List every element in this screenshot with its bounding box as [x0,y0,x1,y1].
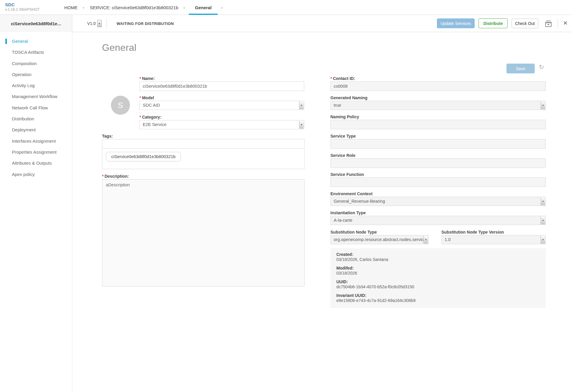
version-value: V1.0 [87,21,96,26]
refresh-icon[interactable]: ↻ [539,64,544,71]
chevron-down-icon: ▼ [299,121,304,129]
substitution-node-type-value: org.openecomp.resource.abstract.nodes.se… [334,237,426,242]
save-button[interactable]: Save [506,64,535,73]
modified-value: 03/18/2026 [336,271,540,276]
substitution-node-type-select[interactable]: org.openecomp.resource.abstract.nodes.se… [330,235,429,244]
instantiation-type-label: Instantiation Type [330,210,546,215]
sidebar-item-tosca-artifacts[interactable]: TOSCA Artifacts [0,47,72,58]
tag-chip[interactable]: ciService0e63d8f0d1e3b800321b [106,152,181,161]
distribute-button[interactable]: Distribute [479,18,508,28]
required-asterisk: * [139,95,141,100]
entity-toolbar: ciService0e63d8f0d1e... V1.0 ▼ WAITING F… [0,15,571,32]
substitution-node-type-field-group: Substitution Node Type org.openecomp.res… [330,230,429,244]
generated-naming-select[interactable]: true▼ [330,101,546,110]
required-asterisk: * [330,76,332,81]
substitution-node-type-version-value: 1.0 [445,237,451,242]
sidebar-item-deployment[interactable]: Deployment [0,124,72,135]
category-select[interactable]: E2E Service▼ [139,120,304,129]
breadcrumb-service[interactable]: SERVICE: ciService0e63d8f0d1e3b800321b [88,0,180,15]
sidebar-item-operation[interactable]: Operation [0,69,72,80]
chevron-down-icon: ▼ [541,236,545,244]
top-header: SDC v.1.16.1-SNAPSHOT HOME ▸ SERVICE: ci… [0,0,571,15]
sidebar-item-activity-log[interactable]: Activity Log [0,80,72,91]
close-icon[interactable]: ✕ [563,19,568,27]
chevron-down-icon: ▼ [299,101,304,109]
service-role-input[interactable] [330,158,546,168]
update-services-button[interactable]: Update Services [437,18,475,28]
entity-title: ciService0e63d8f0d1e... [11,21,61,26]
sidebar-item-general[interactable]: General [0,36,72,47]
sidebar-item-distribution[interactable]: Distribution [0,113,72,124]
chevron-down-icon: ▼ [541,197,545,205]
uuid-value: dc7504b6-1b34-4070-b52a-f0c8c05d3150 [336,284,540,289]
created-label: Created: [336,252,540,257]
service-type-label: Service Type [330,134,546,138]
check-out-button[interactable]: Check Out [512,18,538,28]
sidebar-item-interfaces-assignment[interactable]: Interfaces Assignment [0,136,72,147]
app-version: v.1.16.1-SNAPSHOT [5,7,40,12]
instantiation-type-value: A-la-carte [334,218,352,223]
name-field-group: *Name: [139,76,304,91]
chevron-down-icon: ▼ [423,236,428,244]
environment-context-select[interactable]: General_Revenue-Bearing▼ [330,197,546,206]
environment-context-field-group: Environment Context General_Revenue-Bear… [330,191,546,206]
environment-context-label: Environment Context [330,191,546,196]
breadcrumb: HOME ▸ SERVICE: ciService0e63d8f0d1e3b80… [62,0,226,15]
substitution-node-type-version-select[interactable]: 1.0▼ [441,235,546,244]
substitution-node-type-label: Substitution Node Type [330,230,429,234]
version-selector[interactable]: V1.0 ▼ [87,15,102,32]
substitution-node-type-version-field-group: Substitution Node Type Version 1.0▼ [441,230,546,244]
service-type-input[interactable] [330,139,546,149]
chevron-down-icon: ▼ [541,216,545,224]
required-asterisk: * [139,115,141,119]
toolbar-divider [558,18,558,29]
sidebar-item-network-call-flow[interactable]: Network Call Flow [0,102,72,113]
contact-id-input[interactable] [330,81,546,91]
print-icon[interactable] [544,20,553,28]
tags-field-group: Tags: ciService0e63d8f0d1e3b800321b [102,134,305,169]
breadcrumb-general-active[interactable]: General [189,0,218,15]
metadata-panel: Created: 03/18/2026, Carlos Santana Modi… [330,248,546,308]
tags-input[interactable] [102,139,305,149]
sidebar-item-management-workflow[interactable]: Management Workflow [0,91,72,102]
naming-policy-input[interactable] [330,120,546,129]
invariant-uuid-label: Invariant UUID: [336,293,540,298]
generated-naming-value: true [334,103,341,108]
invariant-uuid-value: e8e15806-e743-4c7a-91d2-69a164c308b9 [336,298,540,303]
contact-id-label: Contact ID: [333,76,355,81]
model-select[interactable]: SDC AID▼ [139,101,304,110]
substitution-node-type-version-label: Substitution Node Type Version [441,230,546,234]
required-asterisk: * [102,174,103,179]
modified-label: Modifed: [336,266,540,271]
description-textarea[interactable]: aDescription [102,179,305,286]
instantiation-type-field-group: Instantiation Type A-la-carte▼ [330,210,546,225]
category-value: E2E Service [143,122,167,127]
logo-text: SDC [5,2,40,7]
model-value: SDC AID [143,103,160,108]
instantiation-type-select[interactable]: A-la-carte▼ [330,216,546,225]
version-dropdown-icon[interactable]: ▼ [97,20,102,27]
sidebar-item-apex-policy[interactable]: Apex policy [0,169,72,180]
sdc-app: SDC v.1.16.1-SNAPSHOT HOME ▸ SERVICE: ci… [0,0,571,392]
description-label: Description: [104,174,129,179]
service-role-label: Service Role [330,153,546,158]
lifecycle-status: WAITING FOR DISTRIBUTION [117,15,174,32]
name-label: Name: [142,76,155,81]
name-input[interactable] [139,81,304,91]
model-field-group: *Model SDC AID▼ [139,95,304,110]
sidebar-item-attributes-outputs[interactable]: Attributes & Outputs [0,158,72,169]
app-logo[interactable]: SDC v.1.16.1-SNAPSHOT [5,2,40,12]
sidebar-item-properties-assignment[interactable]: Properties Assignment [0,147,72,158]
service-role-field-group: Service Role [330,153,546,168]
service-type-field-group: Service Type [330,134,546,149]
generated-naming-field-group: Generated Naming true▼ [330,95,546,110]
sidebar-item-composition[interactable]: Composition [0,58,72,69]
breadcrumb-home[interactable]: HOME [62,0,79,15]
tags-container: ciService0e63d8f0d1e3b800321b [102,148,305,169]
service-function-input[interactable] [330,177,546,187]
environment-context-value: General_Revenue-Bearing [334,199,385,204]
service-function-label: Service Function [330,172,546,177]
breadcrumb-arrow-icon: ▸ [218,0,226,15]
generated-naming-label: Generated Naming [330,95,546,100]
naming-policy-label: Naming Policy [330,114,546,119]
